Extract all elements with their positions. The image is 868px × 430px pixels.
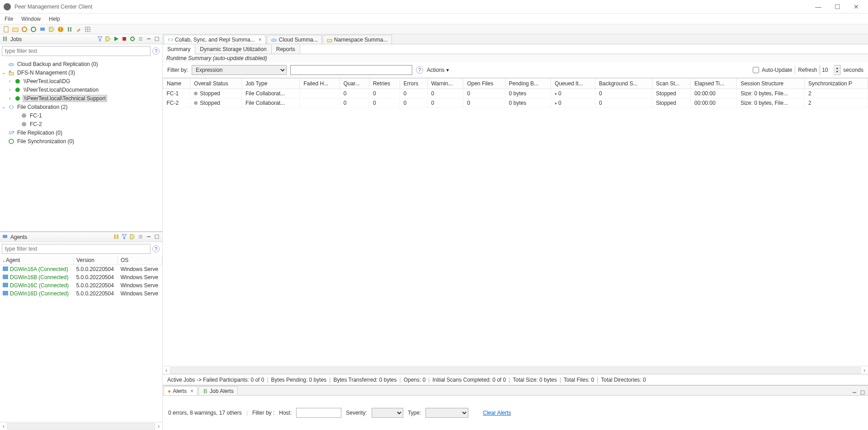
agent-row[interactable]: DGWin16A (Connected)5.0.0.20220504Window… — [0, 265, 162, 274]
scroll-left-icon[interactable]: ‹ — [0, 423, 7, 430]
subtab-dsu[interactable]: Dynamic Storage Utilization — [195, 45, 271, 54]
agents-icon[interactable] — [39, 26, 46, 33]
actions-dropdown[interactable]: Actions ▾ — [427, 67, 449, 73]
new-icon[interactable] — [3, 26, 10, 33]
scroll-right-icon[interactable]: › — [155, 423, 162, 430]
help-icon[interactable]: ? — [416, 66, 423, 74]
tree-node-file-sync[interactable]: File Synchronization (0) — [1, 137, 161, 145]
tree-node-dfsn-child[interactable]: › \\PeerTest.local\Documentation — [1, 85, 161, 94]
summary-col[interactable]: Elapsed Ti... — [690, 79, 736, 89]
expand-icon[interactable]: › — [7, 87, 13, 92]
agents-filter-input[interactable] — [2, 244, 151, 254]
refresh-spinner[interactable]: ▲▼ — [820, 65, 840, 75]
help-icon[interactable]: ? — [152, 245, 160, 252]
spin-down-icon[interactable]: ▼ — [834, 70, 840, 74]
summary-col[interactable]: Synchronization P — [804, 79, 868, 89]
tag-small-icon[interactable] — [130, 234, 136, 240]
tree-node-cloud-backup[interactable]: Cloud Backup and Replication (0) — [1, 60, 161, 68]
summary-table-wrap[interactable]: NameOverall StatusJob TypeFailed H...Qua… — [163, 78, 868, 366]
alerts-severity-select[interactable] — [372, 408, 403, 418]
minimize-view-icon[interactable] — [146, 36, 152, 42]
filter-icon[interactable] — [97, 36, 104, 42]
agents-col-os[interactable]: OS — [118, 256, 162, 265]
agents-col-version[interactable]: Version — [73, 256, 118, 265]
tab-collab-summary[interactable]: Collab, Sync, and Repl Summa... × — [164, 35, 266, 44]
summary-col[interactable]: Failed H... — [300, 79, 340, 89]
close-button[interactable]: ✕ — [851, 3, 862, 10]
tree-node-fc1[interactable]: FC-1 — [1, 111, 161, 120]
minimize-view-icon[interactable] — [852, 390, 857, 395]
tree-node-file-collab[interactable]: ⌄ File Collaboration (2) — [1, 103, 161, 111]
tab-namespace-summary[interactable]: Namespace Summa... — [323, 35, 392, 44]
summary-row[interactable]: FC-1StoppedFile Collaborat...000000 byte… — [163, 89, 868, 98]
maximize-view-icon[interactable] — [860, 390, 865, 395]
jobs-filter-input[interactable] — [2, 46, 151, 56]
maximize-button[interactable]: ☐ — [832, 3, 843, 10]
subtab-reports[interactable]: Reports — [272, 45, 300, 54]
tab-job-alerts[interactable]: Job Alerts — [198, 386, 238, 395]
summary-col[interactable]: Session Structure — [737, 79, 805, 89]
filter-icon[interactable] — [122, 234, 128, 240]
summary-col[interactable]: Pending B... — [505, 79, 551, 89]
summary-col[interactable]: Queued It... — [551, 79, 595, 89]
tag-small-icon[interactable] — [105, 36, 112, 42]
agents-table[interactable]: ▵Agent Version OS DGWin16A (Connected)5.… — [0, 256, 162, 422]
tab-cloud-summary[interactable]: Cloud Summa... — [267, 35, 322, 44]
summary-row[interactable]: FC-2StoppedFile Collaborat...000000 byte… — [163, 98, 868, 108]
tree-node-file-repl[interactable]: File Replication (0) — [1, 128, 161, 137]
summary-hscroll[interactable]: ‹ › — [163, 366, 868, 374]
agents-col-agent[interactable]: ▵Agent — [0, 256, 73, 265]
menu-window[interactable]: Window — [21, 16, 41, 22]
restart-icon[interactable] — [130, 36, 136, 42]
refresh-label[interactable]: Refresh — [798, 67, 817, 73]
tree-node-dfsn[interactable]: ⌄ DFS-N Management (3) — [1, 68, 161, 77]
scroll-track[interactable] — [170, 367, 861, 374]
collapse-icon[interactable]: ⌄ — [1, 104, 6, 109]
agent-row[interactable]: DGWin16D (Connected)5.0.0.20220504Window… — [0, 290, 162, 298]
expand-icon[interactable]: › — [7, 96, 13, 101]
filter-expression-input[interactable] — [290, 65, 412, 75]
close-tab-icon[interactable]: × — [190, 388, 193, 394]
scroll-track[interactable] — [7, 423, 155, 430]
sync-icon[interactable] — [30, 26, 37, 33]
left-hscroll[interactable]: ‹ › — [0, 422, 162, 430]
summary-col[interactable]: Quar... — [340, 79, 369, 89]
warning-icon[interactable]: ! — [57, 26, 64, 33]
help-icon[interactable]: ? — [152, 47, 160, 55]
summary-col[interactable]: Warnin... — [427, 79, 463, 89]
jobs-icon[interactable] — [66, 26, 73, 33]
scroll-left-icon[interactable]: ‹ — [163, 367, 170, 374]
summary-col[interactable]: Open Files — [463, 79, 505, 89]
summary-col[interactable]: Overall Status — [190, 79, 242, 89]
expand-icon[interactable]: › — [7, 79, 13, 84]
menu-help[interactable]: Help — [49, 16, 60, 22]
menu-file[interactable]: File — [5, 16, 13, 22]
agent-row[interactable]: DGWin16C (Connected)5.0.0.20220504Window… — [0, 281, 162, 290]
tree-node-dfsn-child[interactable]: › \\PeerTest.local\DG — [1, 77, 161, 85]
folder-icon[interactable] — [12, 26, 19, 33]
minimize-button[interactable]: — — [813, 3, 824, 10]
stop-icon[interactable] — [122, 36, 128, 42]
summary-col[interactable]: Background S... — [595, 79, 652, 89]
tree-node-dfsn-child-selected[interactable]: › \\PeerTest.local\Technical Support — [1, 94, 161, 103]
auto-update-checkbox[interactable] — [753, 67, 759, 73]
agent-row[interactable]: DGWin16B (Connected)5.0.0.20220504Window… — [0, 273, 162, 281]
subtab-summary[interactable]: Summary — [163, 45, 195, 54]
tree-node-fc2[interactable]: FC-2 — [1, 120, 161, 128]
alerts-type-select[interactable] — [425, 408, 468, 418]
alerts-host-input[interactable] — [296, 408, 341, 418]
maximize-view-icon[interactable] — [154, 36, 160, 42]
summary-col[interactable]: Scan St... — [652, 79, 691, 89]
tag-icon[interactable] — [48, 26, 55, 33]
tab-alerts[interactable]: ● Alerts × — [164, 386, 198, 395]
scroll-right-icon[interactable]: › — [861, 367, 868, 374]
minimize-view-icon[interactable] — [146, 234, 152, 240]
summary-col[interactable]: Retries — [369, 79, 400, 89]
clear-alerts-link[interactable]: Clear Alerts — [483, 410, 511, 416]
collapse-icon[interactable]: ⌄ — [1, 70, 6, 75]
columns-icon[interactable] — [113, 234, 120, 240]
maximize-view-icon[interactable] — [154, 234, 160, 240]
summary-col[interactable]: Name — [163, 79, 190, 89]
play-icon[interactable] — [113, 36, 120, 42]
jobs-tree[interactable]: Cloud Backup and Replication (0) ⌄ DFS-N… — [0, 58, 162, 231]
